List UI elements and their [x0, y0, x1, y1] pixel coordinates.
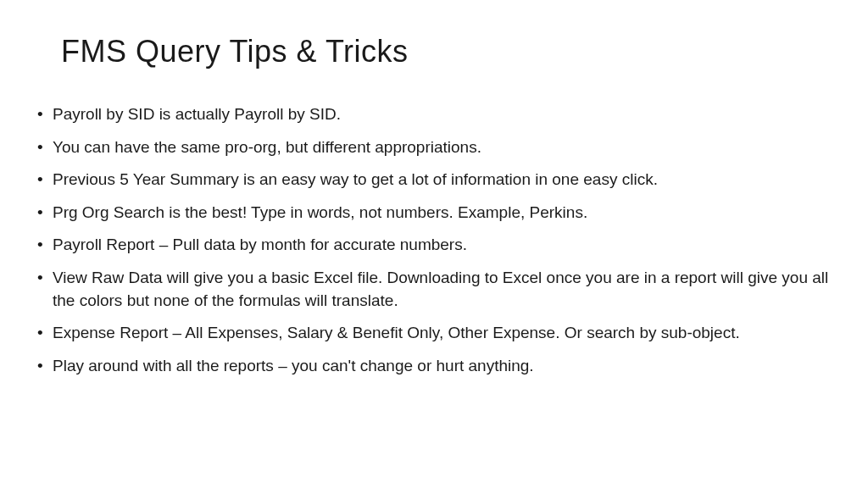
bullet-list: Payroll by SID is actually Payroll by SI… — [34, 103, 834, 377]
slide-container: FMS Query Tips & Tricks Payroll by SID i… — [0, 0, 868, 488]
slide-title: FMS Query Tips & Tricks — [61, 34, 834, 69]
list-item: Payroll Report – Pull data by month for … — [34, 234, 834, 257]
list-item: You can have the same pro-org, but diffe… — [34, 136, 834, 159]
list-item: Previous 5 Year Summary is an easy way t… — [34, 169, 834, 191]
list-item: Payroll by SID is actually Payroll by SI… — [34, 103, 834, 126]
list-item: Prg Org Search is the best! Type in word… — [34, 202, 834, 225]
list-item: Expense Report – All Expenses, Salary & … — [34, 322, 834, 345]
list-item: Play around with all the reports – you c… — [34, 355, 834, 378]
list-item: View Raw Data will give you a basic Exce… — [34, 267, 834, 312]
